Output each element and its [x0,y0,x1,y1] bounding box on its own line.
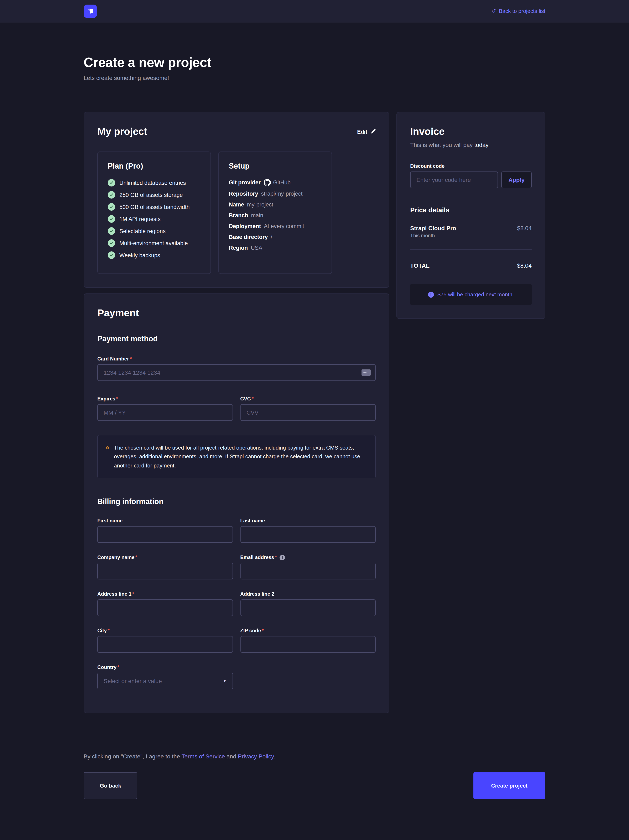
address-line-1-label: Address line 1* [97,591,233,597]
city-input[interactable] [97,636,233,653]
setup-label: Git provider [229,179,261,186]
plan-box: Plan (Pro) Unlimited database entries 25… [97,152,211,274]
setup-value-text: / [271,234,273,240]
notice-text: $75 will be charged next month. [437,291,514,298]
page-title: Create a new project [84,55,545,70]
card-number-label: Card Number* [97,356,376,362]
plan-feature-label: 500 GB of assets bandwidth [120,204,190,210]
info-icon [428,292,434,297]
setup-row-name: Name my-project [229,202,322,208]
project-card-title: My project [97,126,147,137]
setup-label: Region [229,245,248,251]
expires-field: Expires* [97,396,233,421]
plan-feature-label: Weekly backups [120,252,160,258]
payment-card: Payment Payment method Card Number* [84,294,389,713]
email-input[interactable] [240,563,376,579]
setup-row-repository: Repository strapi/my-project [229,191,322,197]
setup-rows: Git provider GitHub Repository strapi/my… [229,179,322,251]
footer-actions: Go back Create project [84,772,545,799]
plan-feature-label: 1M API requests [120,216,161,222]
chevron-down-icon: ▼ [223,679,227,683]
setup-value-text: main [251,212,263,218]
country-label: Country* [97,665,233,670]
cvc-input[interactable] [240,404,376,421]
required-asterisk: * [130,356,132,362]
address-line-2-field: Address line 2 [240,591,376,616]
first-name-input[interactable] [97,526,233,543]
setup-label: Base directory [229,234,268,240]
check-icon [108,203,115,211]
required-asterisk: * [116,396,118,402]
page: ↺ Back to projects list Create a new pro… [0,0,629,840]
company-name-field: Company name* [97,555,233,579]
back-to-projects-link[interactable]: ↺ Back to projects list [491,8,545,14]
check-icon [108,251,115,259]
pencil-icon [370,129,376,134]
plan-feature: 250 GB of assets storage [108,191,200,199]
total-amount: $8.04 [517,262,532,269]
billing-title: Billing information [97,497,376,506]
line-item-name: Strapi Cloud Pro [410,225,456,231]
terms-text: By clicking on "Create", I agree to the … [84,753,545,760]
plan-feature: 1M API requests [108,215,200,223]
terms-of-service-link[interactable]: Terms of Service [181,753,225,760]
card-number-input[interactable] [97,364,376,381]
plan-feature: Unlimited database entries [108,179,200,186]
warning-icon [106,445,109,451]
city-field: City* [97,628,233,653]
setup-box: Setup Git provider GitHub [218,152,332,274]
privacy-policy-link[interactable]: Privacy Policy [238,753,274,760]
next-month-notice: $75 will be charged next month. [410,284,532,305]
edit-button-label: Edit [357,128,367,135]
first-name-label: First name [97,518,233,524]
country-select[interactable]: Select or enter a value ▼ [97,673,233,690]
address-line-2-label: Address line 2 [240,591,376,597]
strapi-logo[interactable] [84,5,97,18]
setup-row-base-directory: Base directory / [229,234,322,240]
required-asterisk: * [107,628,109,634]
discount-code-input[interactable] [410,172,498,188]
cvc-label: CVC* [240,396,376,402]
info-icon[interactable] [279,555,285,560]
address-line-1-field: Address line 1* [97,591,233,616]
apply-discount-button[interactable]: Apply [501,172,532,188]
create-project-button[interactable]: Create project [473,772,545,799]
check-icon [108,239,115,247]
invoice-title: Invoice [410,126,532,137]
country-select-placeholder: Select or enter a value [104,678,162,685]
last-name-input[interactable] [240,526,376,543]
plan-box-title: Plan (Pro) [108,162,200,171]
edit-project-button[interactable]: Edit [357,128,376,135]
plan-feature: Multi-environment available [108,239,200,247]
page-subtitle: Lets create something awesome! [84,74,545,81]
main-content: Create a new project Lets create somethi… [84,55,545,799]
expires-input[interactable] [97,404,233,421]
credit-card-icon [361,369,370,376]
setup-label: Branch [229,212,248,218]
setup-row-region: Region USA [229,245,322,251]
setup-label: Repository [229,191,258,197]
city-label: City* [97,628,233,634]
expires-label: Expires* [97,396,233,402]
check-icon [108,227,115,235]
check-icon [108,191,115,199]
required-asterisk: * [136,555,137,561]
last-name-field: Last name [240,518,376,543]
address-line-1-input[interactable] [97,600,233,616]
warning-text: The chosen card will be used for all pro… [114,443,367,470]
top-bar: ↺ Back to projects list [0,0,629,22]
line-item-period: This month [410,233,456,238]
price-details-title: Price details [410,207,532,214]
back-link-label: Back to projects list [499,8,545,14]
setup-value: GitHub [263,179,290,186]
company-name-input[interactable] [97,563,233,579]
go-back-button[interactable]: Go back [84,772,137,799]
address-line-2-input[interactable] [240,600,376,616]
first-name-field: First name [97,518,233,543]
required-asterisk: * [132,591,134,597]
zip-code-input[interactable] [240,636,376,653]
required-asterisk: * [275,555,277,561]
plan-feature-label: Selectable regions [120,228,166,234]
setup-row-deployment: Deployment At every commit [229,223,322,229]
card-usage-warning: The chosen card will be used for all pro… [97,435,376,478]
